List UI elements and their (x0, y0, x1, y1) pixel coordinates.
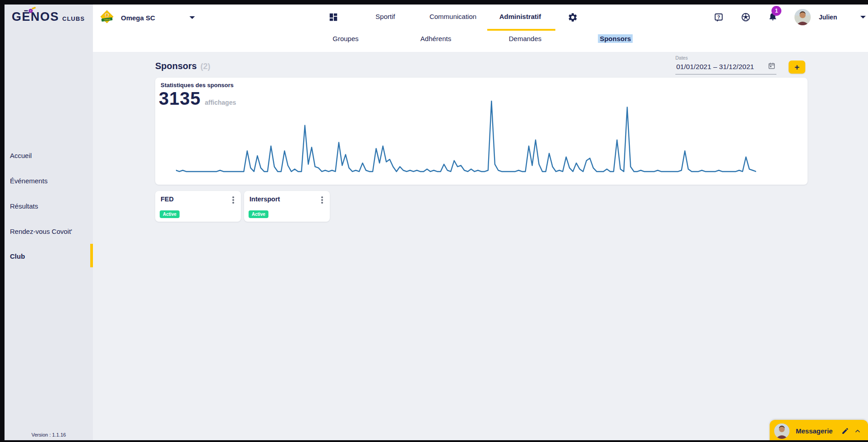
logo-secondary-text: CLUBS (62, 15, 85, 22)
user-menu[interactable]: Julien (794, 7, 866, 27)
kebab-menu-button[interactable] (317, 195, 327, 205)
subnav-label: Groupes (332, 35, 359, 42)
window-top-edge (0, 0, 868, 5)
messaging-bar[interactable]: Messagerie (770, 420, 868, 442)
chevron-up-icon (854, 428, 861, 434)
window-left-edge (0, 0, 5, 442)
sponsor-stats-card: Statistiques des sponsors 3135 affichage… (155, 78, 808, 185)
tab-sportif[interactable]: Sportif (375, 13, 395, 20)
help-icon: ? (714, 12, 724, 23)
sidebar-item-label: Événements (10, 177, 47, 185)
sponsor-card-intersport: Intersport Active (244, 191, 330, 222)
avatar (794, 9, 811, 25)
sidebar-item-resultats[interactable]: Résultats (5, 197, 93, 215)
sidebar-item-label: Résultats (10, 202, 38, 210)
page-title-row: Sponsors (2) (155, 61, 210, 71)
soccer-ball-icon (741, 12, 751, 22)
kebab-menu-button[interactable] (228, 195, 238, 205)
notifications-button[interactable]: 1 (764, 8, 782, 26)
active-item-indicator (90, 244, 93, 267)
collapse-messaging-button[interactable] (852, 425, 863, 437)
subnav-item-groupes[interactable]: Groupes (332, 35, 359, 42)
notification-badge: 1 (771, 6, 781, 16)
compose-message-button[interactable] (839, 425, 851, 437)
subnav-label: Demandes (509, 35, 542, 42)
settings-button[interactable] (563, 8, 582, 26)
line-chart-svg (176, 98, 756, 175)
tab-label: Communication (429, 13, 476, 20)
sidebar-item-label: Club (10, 252, 25, 260)
page-count: (2) (200, 62, 210, 71)
active-tab-indicator (487, 29, 555, 31)
calendar-icon[interactable] (768, 62, 776, 71)
sponsor-name: Intersport (249, 195, 280, 203)
dates-value: 01/01/2021 – 31/12/2021 (676, 63, 754, 71)
header: Ω OMEGA Omega SC Sportif Communication A… (93, 5, 868, 52)
tab-label: Sportif (375, 13, 395, 20)
add-sponsor-button[interactable]: + (789, 60, 805, 74)
status-badge: Active (160, 210, 180, 218)
dates-field[interactable]: Dates 01/01/2021 – 31/12/2021 (675, 55, 776, 74)
subnav-item-demandes[interactable]: Demandes (509, 35, 542, 42)
omega-club-badge-icon: Ω OMEGA (100, 10, 114, 25)
sidebar: GĒNOS CLUBS Accueil Événements Résultats… (5, 5, 93, 440)
tab-communication[interactable]: Communication (429, 13, 476, 20)
soccer-ball-button[interactable] (737, 8, 755, 26)
chevron-down-icon (860, 16, 866, 19)
window-bottom-edge (0, 440, 868, 442)
sponsor-name: FED (161, 195, 174, 203)
page-title: Sponsors (155, 61, 197, 71)
subnav-item-sponsors[interactable]: Sponsors (598, 35, 633, 42)
sidebar-item-label: Rendez-vous Covoit' (10, 228, 72, 235)
subnav-item-adherents[interactable]: Adhérents (420, 35, 451, 42)
dashboard-grid-icon (328, 12, 338, 22)
avatar (774, 423, 790, 439)
stats-title: Statistiques des sponsors (161, 82, 234, 88)
status-badge: Active (249, 210, 268, 218)
sidebar-item-evenements[interactable]: Événements (5, 172, 93, 190)
tab-label: Administratif (499, 13, 541, 20)
subnav-label: Sponsors (598, 34, 633, 43)
main-content: Sponsors (2) Dates 01/01/2021 – 31/12/20… (93, 52, 868, 442)
genos-logo: GĒNOS CLUBS (12, 11, 88, 31)
dashboard-grid-button[interactable] (324, 8, 342, 26)
whistle-icon (28, 6, 36, 15)
svg-text:Ω: Ω (105, 12, 110, 19)
sidebar-item-club[interactable]: Club (5, 247, 93, 265)
club-name: Omega SC (121, 14, 155, 22)
sidebar-item-rendez-vous-covoit[interactable]: Rendez-vous Covoit' (5, 222, 93, 240)
sidebar-item-label: Accueil (10, 152, 32, 159)
help-button[interactable]: ? (710, 8, 728, 26)
subnav-label: Adhérents (420, 35, 451, 42)
chevron-down-icon (189, 16, 195, 19)
sidebar-item-accueil[interactable]: Accueil (5, 146, 93, 164)
messaging-label: Messagerie (796, 427, 833, 435)
club-selector[interactable]: Ω OMEGA Omega SC (100, 8, 195, 27)
version-label: Version : 1.1.16 (5, 432, 93, 437)
sponsor-views-chart (176, 98, 756, 175)
sponsor-card-fed: FED Active (155, 191, 241, 222)
dates-label: Dates (675, 55, 776, 60)
pencil-icon (841, 427, 849, 435)
user-name: Julien (819, 14, 837, 21)
svg-text:?: ? (717, 14, 720, 19)
gear-icon (568, 12, 578, 23)
tab-administratif[interactable]: Administratif (499, 13, 541, 20)
